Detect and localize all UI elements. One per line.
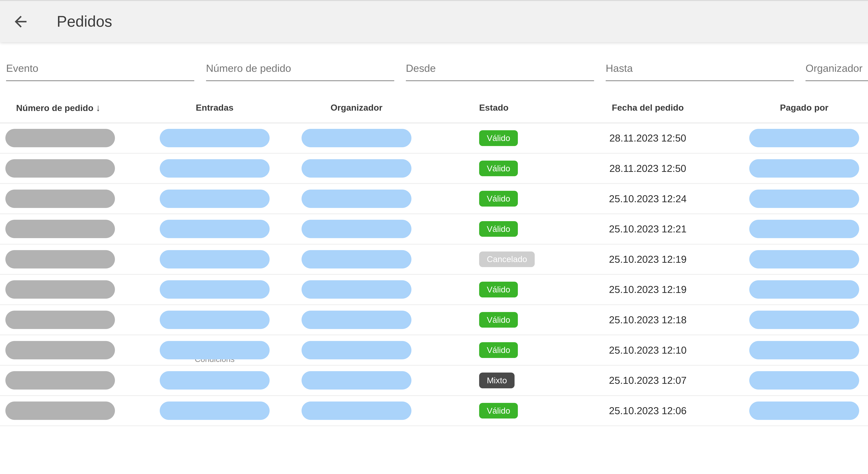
- organizador-filter-placeholder: Organizador: [806, 62, 863, 74]
- app-bar: Pedidos Exportar: [0, 0, 868, 42]
- page-title: Pedidos: [57, 13, 112, 30]
- redacted-order-number: [5, 220, 115, 238]
- hasta-filter-input[interactable]: Hasta: [606, 46, 794, 81]
- order-amount: 225,00 €: [865, 214, 868, 244]
- column-header-entradas: Entradas: [146, 102, 284, 113]
- order-date: 25.10.2023 12:06: [552, 396, 744, 426]
- order-date: 25.10.2023 12:19: [552, 275, 744, 304]
- redacted-entradas: [160, 250, 270, 269]
- redacted-organizador: [302, 280, 412, 299]
- redacted-order-number: [5, 402, 115, 420]
- redacted-entradas: [160, 341, 270, 359]
- hasta-filter-placeholder: Hasta: [606, 62, 633, 74]
- redacted-pagado-por: [749, 280, 859, 299]
- redacted-pagado-por: [749, 311, 859, 329]
- orders-page: Pedidos Exportar Evento Número de pedido…: [0, 0, 868, 474]
- table-row[interactable]: Mixto 25.10.2023 12:07 50,00 €: [0, 366, 868, 396]
- column-header-numero[interactable]: Número de pedido↓: [0, 102, 146, 113]
- back-button[interactable]: [8, 8, 34, 35]
- redacted-entradas: [160, 311, 270, 329]
- redacted-order-number: [5, 341, 115, 359]
- order-amount: 50,00 €: [865, 366, 868, 395]
- evento-filter-input[interactable]: Evento: [6, 46, 194, 81]
- redacted-organizador: [302, 311, 412, 329]
- redacted-pagado-por: [749, 159, 859, 178]
- table-row[interactable]: Válido 25.10.2023 12:21 225,00 €: [0, 214, 868, 244]
- status-badge: Válido: [479, 282, 518, 298]
- redacted-organizador: [302, 371, 412, 390]
- redacted-entradas: [160, 280, 270, 299]
- order-amount: 100,00 €: [865, 123, 868, 153]
- desde-filter-placeholder: Desde: [406, 62, 436, 74]
- status-badge: Válido: [479, 312, 518, 328]
- table-row[interactable]: Cancelado 25.10.2023 12:19 25,00 €: [0, 244, 868, 275]
- redacted-order-number: [5, 190, 115, 208]
- order-amount: 225,00 €: [865, 396, 868, 426]
- redacted-entradas: [160, 220, 270, 238]
- redacted-organizador: [302, 159, 412, 178]
- redacted-pagado-por: [749, 220, 859, 238]
- order-date: 25.10.2023 12:21: [552, 214, 744, 244]
- redacted-entradas: [160, 129, 270, 147]
- redacted-organizador: [302, 341, 412, 359]
- redacted-order-number: [5, 159, 115, 178]
- redacted-entradas: [160, 371, 270, 390]
- redacted-organizador: [302, 129, 412, 147]
- evento-filter-placeholder: Evento: [6, 62, 38, 74]
- order-amount: 113,02 €: [865, 184, 868, 213]
- table-row[interactable]: Válido 28.11.2023 12:50 100,00 €: [0, 154, 868, 184]
- order-date: 25.10.2023 12:10: [552, 335, 744, 365]
- redacted-organizador: [302, 402, 412, 420]
- status-badge: Válido: [479, 403, 518, 419]
- table-row[interactable]: Válido 25.10.2023 12:06 225,00 €: [0, 396, 868, 426]
- order-amount: 100,00 €: [865, 154, 868, 183]
- column-header-organizador: Organizador: [284, 102, 429, 113]
- column-header-ingresos: Ingresos: [865, 102, 868, 113]
- table-row[interactable]: Válido 28.11.2023 12:50 100,00 €: [0, 123, 868, 154]
- order-amount: 25,00 €: [865, 244, 868, 274]
- column-header-estado: Estado: [429, 102, 552, 113]
- order-amount: 213,02 €: [865, 335, 868, 365]
- column-header-pagado-por: Pagado por: [744, 102, 865, 113]
- redacted-entradas: [160, 402, 270, 420]
- numero-filter-placeholder: Número de pedido: [206, 62, 291, 74]
- redacted-order-number: [5, 311, 115, 329]
- order-amount: 225,00 €: [865, 275, 868, 304]
- status-badge: Válido: [479, 221, 518, 237]
- column-header-fecha: Fecha del pedido: [552, 102, 744, 113]
- redacted-pagado-por: [749, 402, 859, 420]
- desde-filter-input[interactable]: Desde: [406, 46, 594, 81]
- table-row[interactable]: Condicions Válido 25.10.2023 12:10 213,0…: [0, 335, 868, 366]
- table-row[interactable]: Válido 25.10.2023 12:24 113,02 €: [0, 184, 868, 214]
- redacted-order-number: [5, 129, 115, 147]
- redacted-pagado-por: [749, 129, 859, 147]
- table-header: Número de pedido↓ Entradas Organizador E…: [0, 93, 868, 123]
- redacted-order-number: [5, 250, 115, 269]
- status-badge: Válido: [479, 130, 518, 146]
- organizador-filter-select[interactable]: Organizador: [806, 46, 868, 81]
- redacted-pagado-por: [749, 371, 859, 390]
- status-badge: Válido: [479, 191, 518, 207]
- redacted-order-number: [5, 280, 115, 299]
- redacted-organizador: [302, 190, 412, 208]
- filter-bar: Evento Número de pedido Desde Hasta Orga…: [0, 46, 868, 81]
- redacted-organizador: [302, 220, 412, 238]
- status-badge: Válido: [479, 161, 518, 176]
- redacted-entradas: [160, 159, 270, 178]
- order-amount: 225,00 €: [865, 305, 868, 335]
- pagination-bar: Pedidos por página 10 1-10 de 47: [0, 429, 868, 459]
- status-badge: Mixto: [479, 373, 515, 388]
- redacted-pagado-por: [749, 250, 859, 269]
- order-date: 28.11.2023 12:50: [552, 154, 744, 183]
- numero-de-pedido-filter-input[interactable]: Número de pedido: [206, 46, 394, 81]
- order-date: 25.10.2023 12:07: [552, 366, 744, 395]
- redacted-pagado-por: [749, 190, 859, 208]
- sort-desc-icon: ↓: [96, 102, 101, 113]
- table-row[interactable]: Válido 25.10.2023 12:19 225,00 €: [0, 275, 868, 305]
- table-row[interactable]: Válido 25.10.2023 12:18 225,00 €: [0, 305, 868, 335]
- order-date: 28.11.2023 12:50: [552, 123, 744, 153]
- arrow-back-icon: [12, 13, 30, 31]
- order-date: 25.10.2023 12:18: [552, 305, 744, 335]
- redacted-pagado-por: [749, 341, 859, 359]
- status-badge: Cancelado: [479, 251, 535, 267]
